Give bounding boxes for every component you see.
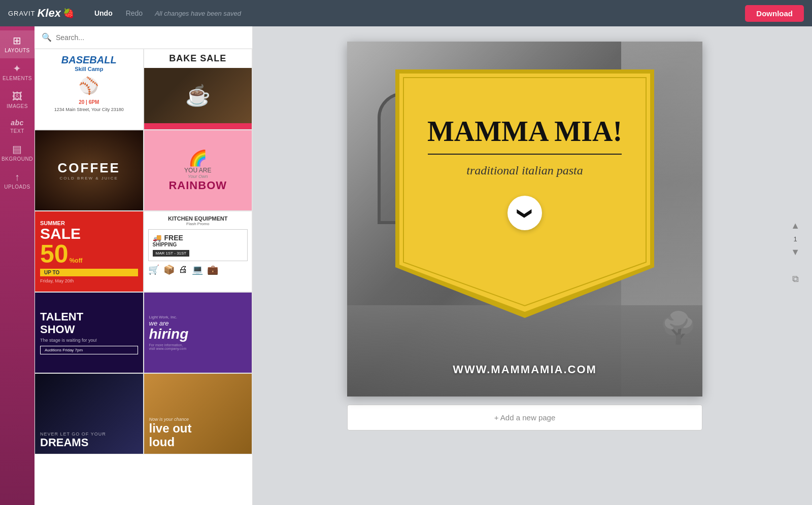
chevron-down-icon: ❯ [517,208,533,220]
undo-button[interactable]: Undo [89,7,118,19]
summer-date-badge: UP TO [40,269,138,276]
search-bar: 🔍 [35,26,252,49]
page-controls: ▲ 1 ▼ ⧉ [789,219,802,286]
icon-sidebar: ⊞ LAYOUTS ✦ ELEMENTS 🖼 IMAGES abc TEXT ▤… [0,26,35,505]
search-input[interactable] [56,33,245,42]
layout-card-summer[interactable]: SUMMER SALE 50 %off UP TO Friday, May 20… [35,211,144,292]
canvas-subtitle: traditional italian pasta [466,164,583,177]
briefcase-icon: 💼 [207,264,218,275]
sidebar-item-label: TEXT [10,128,24,134]
sidebar-item-label: ELEMENTS [3,76,32,81]
layout-card-kitchen[interactable]: KITCHEN EQUIPMENT Flash Promo 🚚 FREE SHI… [144,211,253,292]
topbar-actions: Undo Redo All changes have been saved [89,7,241,19]
kitchen-icons: 🛒 📦 🖨 💻 💼 [148,264,248,275]
layout-card-hiring[interactable]: Light Work, Inc. we are hiring For more … [144,292,253,373]
sidebar-item-text[interactable]: abc TEXT [0,114,35,139]
rainbow-icon: 🌈 [188,149,207,167]
bake-sale-stripe [144,123,252,129]
sidebar-item-layouts[interactable]: ⊞ LAYOUTS [0,30,35,58]
layout-card-coffee[interactable]: COFFEE COLD BREW & JUICE [35,130,144,211]
sidebar-item-background[interactable]: ▤ BKGROUND [0,139,35,167]
logo-area: GRAVIT Klex 🍓 [8,7,74,20]
save-status: All changes have been saved [155,10,241,17]
sidebar-item-label: UPLOADS [4,184,30,190]
canvas-main-title: MAMMA MIA! [427,117,622,147]
printer-icon: 🖨 [179,264,188,275]
page-up-button[interactable]: ▲ [789,219,802,233]
layout-card-bakesale[interactable]: BAKE SALE ☕ [144,49,253,130]
layout-card-rainbow[interactable]: 🌈 YOU ARE Your Own RAINBOW [144,130,253,211]
redo-button[interactable]: Redo [121,7,148,19]
logo-emoji: 🍓 [63,8,74,19]
box-icon: 📦 [163,264,175,275]
canvas-wrapper: 🌳 MAMMA MIA! traditional italian pa [347,42,702,430]
chevron-circle: ❯ [507,196,542,230]
uploads-icon: ↑ [15,172,20,182]
main-canvas-area: 🌳 MAMMA MIA! traditional italian pa [253,26,812,505]
logo-gravit: GRAVIT [8,10,35,17]
page-down-button[interactable]: ▼ [789,245,802,260]
layouts-icon: ⊞ [13,35,22,46]
chevron-down-icon: ▼ [791,247,800,258]
topbar: GRAVIT Klex 🍓 Undo Redo All changes have… [0,0,812,26]
search-icon: 🔍 [42,32,52,42]
background-icon: ▤ [12,144,22,154]
layout-card-talent[interactable]: TALENTSHOW The stage is waiting for you!… [35,292,144,373]
layout-card-dreams[interactable]: NEVER LET GO OF YOUR DREAMS [35,373,144,454]
elements-icon: ✦ [13,63,22,74]
layouts-panel: 🔍 BASEBALL Skill Camp ⚾ 20 | 6PM 1234 Ma… [35,26,253,505]
logo-klex: Klex [37,7,60,20]
page-number: 1 [793,235,797,243]
road-element [347,305,702,396]
layouts-grid: BASEBALL Skill Camp ⚾ 20 | 6PM 1234 Main… [35,49,252,454]
layout-card-baseball[interactable]: BASEBALL Skill Camp ⚾ 20 | 6PM 1234 Main… [35,49,144,130]
basket-icon: 🛒 [148,264,159,275]
images-icon: 🖼 [12,91,23,101]
sidebar-item-uploads[interactable]: ↑ UPLOADS [0,167,35,195]
coffee-title: COFFEE [58,160,120,176]
laptop-icon: 💻 [192,264,203,275]
add-page-button[interactable]: + Add a new page [347,405,702,430]
sidebar-item-label: BKGROUND [2,156,33,162]
layout-card-liveout[interactable]: Now is your chance live outloud [144,373,253,454]
design-canvas[interactable]: 🌳 MAMMA MIA! traditional italian pa [347,42,702,396]
baseball-bats-icon: ⚾ [40,76,138,95]
tree-icon: 🌳 [659,310,697,346]
truck-icon: 🚚 [153,234,161,242]
duplicate-page-button[interactable]: ⧉ [790,272,801,286]
sidebar-item-images[interactable]: 🖼 IMAGES [0,86,35,114]
yellow-banner: MAMMA MIA! traditional italian pasta ❯ [395,69,654,318]
sidebar-item-label: IMAGES [7,103,28,109]
banner-content: MAMMA MIA! traditional italian pasta ❯ [395,69,654,318]
coffee-cup-icon: ☕ [185,84,211,107]
download-button[interactable]: Download [745,5,804,22]
text-icon: abc [11,119,24,126]
coffee-subtitle: COLD BREW & JUICE [58,176,120,181]
chevron-up-icon: ▲ [791,221,800,231]
duplicate-icon: ⧉ [792,274,799,284]
banner-divider [428,154,622,155]
canvas-url-text: WWW.MAMMAMIA.COM [347,363,702,376]
sidebar-item-label: LAYOUTS [5,48,29,53]
sidebar-item-elements[interactable]: ✦ ELEMENTS [0,58,35,86]
